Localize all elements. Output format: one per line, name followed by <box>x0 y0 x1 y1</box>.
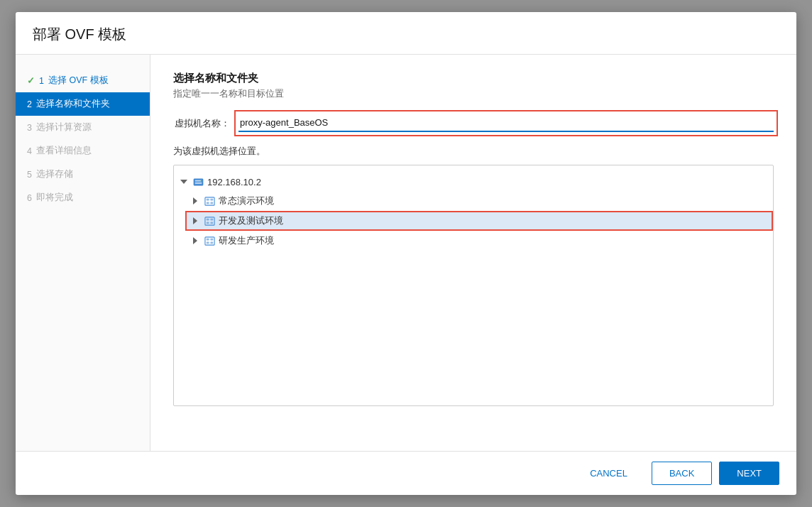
main-content: 选择名称和文件夹 指定唯一一名称和目标位置 虚拟机名称： 为该虚拟机选择位置。 <box>150 55 796 451</box>
expand-root-icon <box>180 177 190 187</box>
svg-rect-6 <box>210 198 213 200</box>
step-2-number: 2 <box>27 99 32 109</box>
datacenter-demo-icon <box>204 195 215 207</box>
vm-name-input-wrapper <box>238 114 774 132</box>
step-2-text: 选择名称和文件夹 <box>36 98 110 110</box>
svg-rect-12 <box>206 222 209 224</box>
datacenter-dev-icon <box>204 215 215 227</box>
svg-rect-17 <box>206 241 209 244</box>
tree-node-prod[interactable]: 研发生产环境 <box>185 231 773 251</box>
dialog-overlay: 部署 OVF 模板 ✓ 1 选择 OVF 模板 2 选择名称和文件夹 3 选择计… <box>0 0 812 507</box>
svg-rect-7 <box>206 202 209 204</box>
cancel-button[interactable]: CANCEL <box>573 462 644 484</box>
svg-rect-15 <box>206 238 209 240</box>
dialog-title: 部署 OVF 模板 <box>33 25 779 44</box>
tree-node-root[interactable]: 192.168.10.2 <box>174 173 773 191</box>
svg-point-3 <box>200 180 202 181</box>
vm-name-input[interactable] <box>238 114 774 132</box>
step-5-text: 选择存储 <box>36 168 73 180</box>
step-4-text: 查看详细信息 <box>36 145 92 157</box>
next-button[interactable]: NEXT <box>719 462 779 485</box>
svg-rect-11 <box>210 218 213 220</box>
step-1-check-icon: ✓ <box>27 75 35 86</box>
expand-prod-icon <box>191 236 201 246</box>
section-title: 选择名称和文件夹 <box>173 72 774 85</box>
chevron-right-icon-2 <box>193 217 197 224</box>
tree-node-dev[interactable]: 开发及测试环境 <box>185 211 773 231</box>
chevron-right-icon-3 <box>193 237 197 244</box>
svg-rect-5 <box>206 198 209 200</box>
svg-rect-16 <box>210 238 213 240</box>
back-button[interactable]: BACK <box>652 462 712 485</box>
step-6-number: 6 <box>27 193 32 203</box>
location-label: 为该虚拟机选择位置。 <box>173 145 774 158</box>
step-2[interactable]: 2 选择名称和文件夹 <box>16 92 150 116</box>
svg-rect-8 <box>210 202 213 204</box>
step-5: 5 选择存储 <box>16 163 150 186</box>
step-1-text: 选择 OVF 模板 <box>48 75 109 87</box>
svg-rect-9 <box>204 217 214 224</box>
tree-container: 192.168.10.2 <box>173 165 774 406</box>
step-6: 6 即将完成 <box>16 186 150 209</box>
svg-rect-4 <box>204 197 214 205</box>
vm-name-label: 虚拟机名称： <box>173 117 230 130</box>
expand-demo-icon <box>191 196 201 206</box>
datacenter-prod-icon <box>204 235 215 246</box>
tree-node-demo[interactable]: 常态演示环境 <box>185 191 773 211</box>
svg-rect-14 <box>204 236 214 244</box>
tree-node-dev-label: 开发及测试环境 <box>219 214 283 227</box>
tree-node-root-label: 192.168.10.2 <box>207 177 261 187</box>
chevron-right-icon <box>193 197 197 205</box>
section-subtitle: 指定唯一一名称和目标位置 <box>173 88 774 100</box>
dialog-body: ✓ 1 选择 OVF 模板 2 选择名称和文件夹 3 选择计算资源 4 查看详细… <box>16 55 796 451</box>
step-4: 4 查看详细信息 <box>16 139 150 163</box>
step-3: 3 选择计算资源 <box>16 116 150 139</box>
tree-node-demo-label: 常态演示环境 <box>219 195 274 207</box>
chevron-down-icon <box>180 180 187 184</box>
dialog-header: 部署 OVF 模板 <box>16 12 796 55</box>
svg-rect-2 <box>194 182 201 183</box>
step-1-label: 1 <box>39 76 44 86</box>
step-1[interactable]: ✓ 1 选择 OVF 模板 <box>16 69 150 92</box>
steps-panel: ✓ 1 选择 OVF 模板 2 选择名称和文件夹 3 选择计算资源 4 查看详细… <box>16 55 150 451</box>
vm-name-row: 虚拟机名称： <box>173 114 774 132</box>
step-4-number: 4 <box>27 146 32 156</box>
svg-rect-0 <box>193 178 202 185</box>
tree-node-prod-label: 研发生产环境 <box>219 234 274 247</box>
svg-rect-18 <box>210 241 213 244</box>
step-5-number: 5 <box>27 170 32 180</box>
deploy-ovf-dialog: 部署 OVF 模板 ✓ 1 选择 OVF 模板 2 选择名称和文件夹 3 选择计… <box>16 12 796 495</box>
step-3-text: 选择计算资源 <box>36 121 92 133</box>
dialog-footer: CANCEL BACK NEXT <box>16 451 796 495</box>
svg-rect-10 <box>206 218 209 220</box>
step-6-text: 即将完成 <box>36 192 73 204</box>
step-3-number: 3 <box>27 123 32 133</box>
svg-rect-13 <box>210 222 213 224</box>
expand-dev-icon <box>191 216 201 226</box>
server-icon <box>192 176 204 187</box>
